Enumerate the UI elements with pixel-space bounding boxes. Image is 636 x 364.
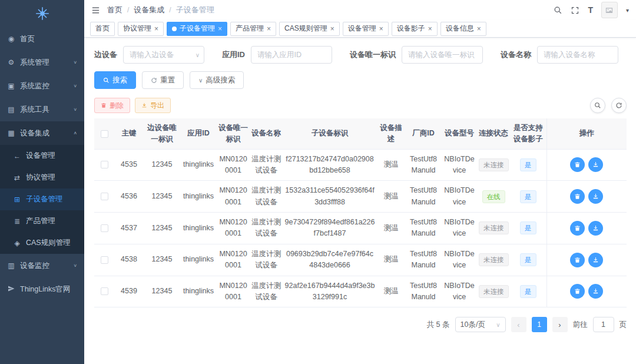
tag-device-shadow[interactable]: 设备影子 × [392,22,438,36]
close-icon[interactable]: × [379,25,383,32]
close-icon[interactable]: × [218,25,222,32]
device-unique-id-input[interactable] [402,46,483,64]
toggle-search-button[interactable] [590,98,605,113]
cell-primary-key: 4536 [114,181,144,213]
goto-page-input[interactable] [593,317,614,332]
next-page-button[interactable]: › [552,317,568,332]
sidebar-item-device-integration[interactable]: ▦ 设备集成 ∧ [0,121,84,145]
sidebar-item-cas-rules[interactable]: ◈ CAS规则管理 [0,232,84,254]
page-1-button[interactable]: 1 [532,317,547,332]
page-size-select[interactable]: 10条/页 ∨ [455,317,506,332]
breadcrumb-item-device-integration[interactable]: 设备集成 [134,5,164,15]
shadow-icon [592,193,599,200]
advanced-search-button[interactable]: ∨ 高级搜索 [190,71,244,89]
cell-vendor-id: TestUtf8Manuld [405,149,442,181]
paper-plane-icon [7,285,15,294]
sidebar-toggle-icon[interactable] [91,6,100,15]
cell-vendor-id: TestUtf8Manuld [405,244,442,276]
breadcrumb-item-home[interactable]: 首页 [107,5,122,15]
status-badge: 未连接 [479,285,509,298]
cell-device-name: 温度计测试设备 [250,181,283,213]
row-checkbox[interactable] [101,161,108,168]
sidebar-item-label: 系统工具 [20,105,49,115]
app-root: ◉ 首页 ⚙ 系统管理 ∨ ▣ 系统监控 ∨ ▤ 系统工具 ∨ ▦ 设备集成 ∧ [0,0,636,364]
sidebar-item-label: 协议管理 [26,173,55,183]
thinglinks-logo[interactable] [0,0,84,27]
reset-button[interactable]: 重置 [142,71,184,89]
product-icon: ≣ [13,217,21,226]
close-icon[interactable]: × [477,25,481,32]
row-checkbox[interactable] [101,224,108,232]
shadow-icon [592,288,599,294]
close-icon[interactable]: × [154,25,158,32]
sidebar-item-device-management[interactable]: ← 设备管理 [0,145,84,167]
sidebar-item-product-management[interactable]: ≣ 产品管理 [0,210,84,232]
device-name-input[interactable] [537,46,618,64]
shadow-action-button[interactable] [588,284,603,299]
shadow-icon [592,161,599,168]
sidebar-item-device-monitor[interactable]: ▥ 设备监控 ∨ [0,254,84,277]
tag-device-info[interactable]: 设备信息 × [440,22,486,36]
refresh-table-button[interactable] [611,98,627,113]
row-checkbox[interactable] [101,287,108,295]
delete-action-button[interactable] [570,221,585,236]
table-row: 453912345thinglinksMN01200001温度计测试设备92af… [94,276,627,307]
sidebar-item-system-tools[interactable]: ▤ 系统工具 ∨ [0,98,84,121]
tag-home[interactable]: 首页 [90,22,115,36]
delete-action-button[interactable] [570,284,585,299]
sidebar-item-protocol-management[interactable]: ⇄ 协议管理 [0,167,84,188]
app-id-input[interactable] [251,46,332,64]
search-icon[interactable] [554,6,562,15]
sidebar-item-official-site[interactable]: ThingLinks官网 [0,277,84,301]
delete-action-button[interactable] [570,157,585,172]
close-icon[interactable]: × [428,25,432,32]
export-button[interactable]: 导出 [135,98,171,113]
cell-status: 在线 [477,181,510,213]
sidebar-item-label: ThingLinks官网 [20,284,70,294]
cell-shadow: 是 [510,181,546,213]
tag-cas-rules[interactable]: CAS规则管理 × [279,22,340,36]
shadow-badge: 是 [520,253,536,266]
delete-action-button[interactable] [570,189,585,204]
tag-subdevice-management[interactable]: 子设备管理 × [167,22,227,36]
shadow-action-button[interactable] [588,253,603,267]
prev-page-button[interactable]: ‹ [511,317,526,332]
sidebar-item-system-management[interactable]: ⚙ 系统管理 ∨ [0,51,84,74]
search-icon [103,77,110,84]
font-size-icon[interactable]: T [588,6,593,14]
subdevice-icon: ⊞ [13,196,21,204]
cell-app-id: thinglinks [180,149,217,181]
avatar[interactable] [601,2,618,18]
shadow-action-button[interactable] [588,221,603,236]
cell-primary-key: 4538 [114,244,144,276]
tag-label: 子设备管理 [180,24,215,34]
tag-product-management[interactable]: 产品管理 × [230,22,276,36]
caret-down-icon[interactable]: ▾ [626,7,629,14]
row-checkbox[interactable] [101,193,108,200]
cell-device-name: 温度计测试设备 [250,213,283,244]
sidebar-item-system-monitor[interactable]: ▣ 系统监控 ∨ [0,74,84,98]
table-row: 453812345thinglinksMN01200001温度计测试设备0969… [94,244,627,276]
close-icon[interactable]: × [267,25,271,32]
navbar-right: T ▾ [554,2,629,18]
cell-description: 测温 [377,213,405,244]
close-icon[interactable]: × [330,25,334,32]
row-checkbox[interactable] [101,256,108,264]
select-all-checkbox[interactable] [101,130,108,138]
sidebar-item-subdevice-management[interactable]: ⊞ 子设备管理 [0,188,84,210]
delete-button[interactable]: 删除 [94,98,130,113]
tag-label: 设备管理 [348,24,376,34]
delete-action-button[interactable] [570,253,585,267]
tag-device-management[interactable]: 设备管理 × [343,22,389,36]
edge-device-select[interactable] [123,46,204,64]
shadow-action-button[interactable] [588,189,603,204]
trash-icon [574,161,581,168]
sidebar-item-home[interactable]: ◉ 首页 [0,27,84,51]
tag-protocol-management[interactable]: 协议管理 × [118,22,164,36]
fullscreen-icon[interactable] [571,6,579,15]
search-button[interactable]: 搜索 [94,71,136,89]
form-item-app-id: 应用ID [222,46,332,64]
shadow-action-button[interactable] [588,157,603,172]
cell-status: 未连接 [477,244,510,276]
chevron-down-icon: ∨ [73,84,77,88]
